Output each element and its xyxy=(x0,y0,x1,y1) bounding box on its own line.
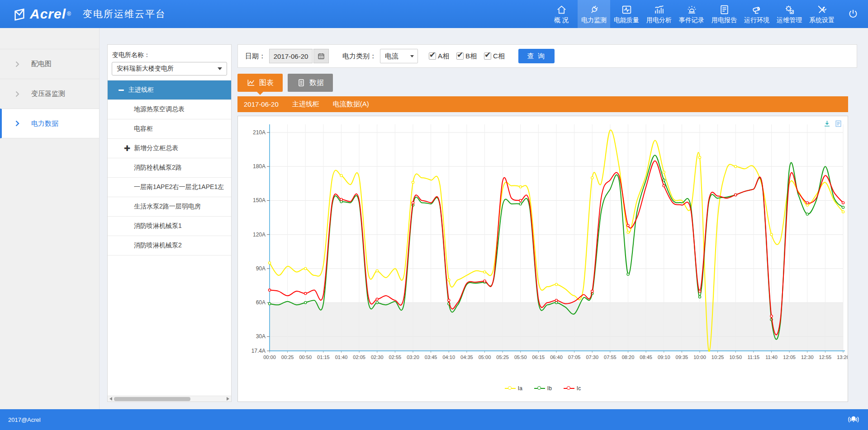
top-nav: 概 况 电力监测 电能质量 用电分析 事件记录 用电报告 xyxy=(545,0,868,28)
tools-icon xyxy=(816,4,828,15)
horizontal-scrollbar[interactable] xyxy=(108,396,231,402)
sidebar-item-label: 电力数据 xyxy=(31,119,58,128)
nav-label: 电力监测 xyxy=(581,16,607,24)
logout-power-button[interactable] xyxy=(838,0,868,28)
svg-text:10:00: 10:00 xyxy=(693,354,706,360)
tree-item[interactable]: 一层南1APE2右一层北1APE1左 xyxy=(108,178,231,197)
calendar-button[interactable] xyxy=(313,49,329,63)
page-title: 变电所运维云平台 xyxy=(83,8,166,20)
camera-icon xyxy=(751,4,763,15)
brand: Acrel ® 变电所运维云平台 xyxy=(0,6,166,22)
nav-label: 事件记录 xyxy=(679,16,704,24)
tree-item[interactable]: 生活水泵2路一层弱电房 xyxy=(108,197,231,217)
chart-plot-area[interactable]: 00:0000:2500:5001:1501:4002:0502:3002:55… xyxy=(238,116,848,368)
legend-item-ic[interactable]: Ic xyxy=(564,385,581,392)
svg-text:10:25: 10:25 xyxy=(711,354,724,360)
tree-item[interactable]: 消防喷淋机械泵2 xyxy=(108,236,231,255)
chart-legend: Ia Ib Ic xyxy=(238,385,848,392)
station-select-value: 安科瑞新大楼变电所 xyxy=(117,65,174,73)
download-chart-button[interactable] xyxy=(823,120,831,128)
sidebar-item-distribution-diagram[interactable]: 配电图 xyxy=(0,49,99,79)
svg-text:11:15: 11:15 xyxy=(748,354,760,360)
svg-text:120A: 120A xyxy=(253,232,266,238)
svg-text:05:25: 05:25 xyxy=(496,354,509,360)
svg-text:04:10: 04:10 xyxy=(442,354,455,360)
device-panel: 变电所名称： 安科瑞新大楼变电所 主进线柜 地源热泵空调总表 电容柜 ✚ 新增分… xyxy=(107,44,232,402)
footer-bar: 2017@Acrel xyxy=(0,409,868,430)
date-input[interactable]: 2017-06-20 xyxy=(269,49,313,63)
scroll-right-arrow[interactable] xyxy=(225,397,231,401)
collapse-minus-icon[interactable] xyxy=(119,90,124,91)
checkbox-checked-icon: ✔ xyxy=(429,52,436,60)
nav-item-system-settings[interactable]: 系统设置 xyxy=(806,0,838,28)
svg-text:90A: 90A xyxy=(256,265,266,272)
acrel-logo-icon xyxy=(13,7,26,21)
svg-text:01:40: 01:40 xyxy=(335,354,348,360)
scroll-left-arrow[interactable] xyxy=(108,397,114,401)
svg-text:05:50: 05:50 xyxy=(514,354,527,360)
data-view-button[interactable] xyxy=(835,120,842,128)
tree-item[interactable]: 地源热泵空调总表 xyxy=(108,100,231,119)
station-select[interactable]: 安科瑞新大楼变电所 xyxy=(112,62,227,76)
pulse-icon xyxy=(621,4,632,15)
svg-text:03:45: 03:45 xyxy=(425,354,437,360)
svg-text:12:55: 12:55 xyxy=(819,354,832,360)
query-button[interactable]: 查 询 xyxy=(518,49,555,63)
nav-item-power-quality[interactable]: 电能质量 xyxy=(610,0,643,28)
line-chart-icon xyxy=(247,78,256,87)
legend-item-ib[interactable]: Ib xyxy=(534,385,552,392)
tree-item[interactable]: ✚ 新增分立柜总表 xyxy=(108,139,231,158)
nav-item-environment[interactable]: 运行环境 xyxy=(740,0,773,28)
nav-item-ops-management[interactable]: 运维管理 xyxy=(773,0,806,28)
tree-item-label: 生活水泵2路一层弱电房 xyxy=(134,203,201,211)
nav-item-power-monitoring[interactable]: 电力监测 xyxy=(578,0,610,28)
phase-a-checkbox[interactable]: ✔ A相 xyxy=(429,52,449,61)
data-view-icon xyxy=(835,120,842,128)
sidebar-item-transformer-monitoring[interactable]: 变压器监测 xyxy=(0,79,99,109)
svg-text:10:50: 10:50 xyxy=(729,354,742,360)
nav-label: 用电报告 xyxy=(711,16,737,24)
nav-label: 概 况 xyxy=(554,16,569,24)
scrollbar-thumb[interactable] xyxy=(114,397,190,401)
legend-item-ia[interactable]: Ia xyxy=(505,385,522,392)
nav-item-overview[interactable]: 概 况 xyxy=(545,0,578,28)
nav-item-event-log[interactable]: 事件记录 xyxy=(675,0,708,28)
nav-item-power-report[interactable]: 用电报告 xyxy=(708,0,740,28)
brand-registered-mark: ® xyxy=(67,11,71,17)
svg-text:02:30: 02:30 xyxy=(371,354,384,360)
report-icon xyxy=(719,4,730,15)
svg-text:06:15: 06:15 xyxy=(532,354,545,360)
main-content: 日期： 2017-06-20 电力类别： 电流 ✔ A相 ✔ B相 ✔ xyxy=(237,44,857,402)
chevron-right-icon xyxy=(15,61,19,67)
nav-item-power-analysis[interactable]: 用电分析 xyxy=(643,0,675,28)
legend-label: Ia xyxy=(518,385,522,392)
svg-text:02:55: 02:55 xyxy=(389,354,402,360)
sidebar-item-power-data[interactable]: 电力数据 xyxy=(0,109,99,138)
chevron-right-icon xyxy=(15,91,19,97)
gears-icon xyxy=(784,4,795,15)
svg-text:180A: 180A xyxy=(253,163,266,170)
chart-title-date: 2017-06-20 xyxy=(244,100,279,108)
tree-item[interactable]: 电容柜 xyxy=(108,119,231,139)
alarm-bell-button[interactable] xyxy=(847,413,860,426)
power-icon xyxy=(847,8,859,20)
svg-text:210A: 210A xyxy=(253,129,266,136)
tree-item-main-incoming-cabinet[interactable]: 主进线柜 xyxy=(108,80,231,100)
svg-text:03:20: 03:20 xyxy=(407,354,419,360)
svg-text:00:25: 00:25 xyxy=(281,354,294,360)
svg-text:12:30: 12:30 xyxy=(801,354,814,360)
expand-plus-icon[interactable]: ✚ xyxy=(124,145,130,152)
power-type-select[interactable]: 电流 xyxy=(380,49,418,63)
tree-item[interactable]: 消防喷淋机械泵1 xyxy=(108,217,231,236)
tab-chart[interactable]: 图表 xyxy=(237,74,283,92)
sidebar-item-label: 配电图 xyxy=(31,60,52,68)
nav-label: 运维管理 xyxy=(777,16,802,24)
legend-swatch-ic xyxy=(564,388,574,389)
chart-title-device: 主进线柜 xyxy=(292,100,319,109)
checkbox-checked-icon: ✔ xyxy=(484,52,491,60)
tab-data[interactable]: 数据 xyxy=(288,74,333,92)
phase-b-checkbox[interactable]: ✔ B相 xyxy=(456,52,477,61)
tree-item[interactable]: 消防栓机械泵2路 xyxy=(108,158,231,178)
phase-c-checkbox[interactable]: ✔ C相 xyxy=(484,52,505,61)
current-line-chart: 00:0000:2500:5001:1501:4002:0502:3002:55… xyxy=(237,116,848,402)
